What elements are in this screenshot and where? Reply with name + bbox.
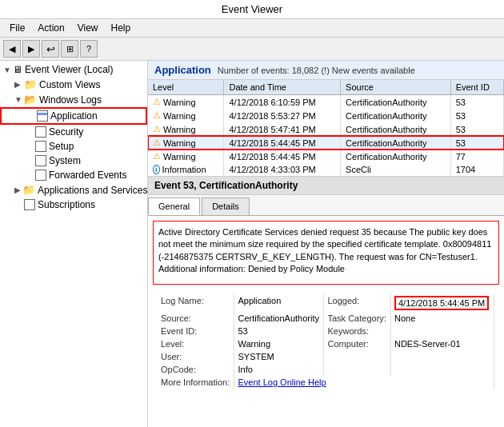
event-log-online-help-link[interactable]: Event Log Online Help: [238, 377, 326, 387]
meta-row-logname: Log Name: Application Logged: 4/12/2018 …: [158, 294, 494, 312]
meta-value-keywords: [390, 325, 494, 337]
cell-source: CertificationAuthority: [341, 109, 451, 122]
sidebar-item-windows-logs[interactable]: ▼ 📂 Windows Logs: [0, 92, 147, 107]
meta-label-opcode: OpCode:: [158, 363, 234, 376]
event-detail-header: Event 53, CertificationAuthority: [148, 177, 504, 195]
toolbar-forward[interactable]: ▶: [22, 40, 40, 58]
toolbar-back[interactable]: ◀: [3, 40, 21, 58]
meta-value-user: SYSTEM: [234, 350, 324, 363]
cell-level: ⚠Warning: [148, 150, 224, 163]
cell-datetime: 4/12/2018 5:44:45 PM: [224, 150, 341, 163]
meta-value-more-info: Event Log Online Help: [234, 376, 494, 389]
toolbar: ◀ ▶ ↩ ⊞ ?: [0, 38, 504, 61]
toolbar-refresh[interactable]: ↩: [42, 40, 59, 58]
tab-details[interactable]: Details: [202, 198, 250, 215]
table-row[interactable]: ⚠Warning 4/12/2018 5:44:45 PM Certificat…: [148, 150, 504, 163]
log-icon: [24, 199, 35, 210]
cell-eventid: 1704: [450, 163, 503, 176]
col-level[interactable]: Level: [148, 80, 224, 95]
toolbar-help[interactable]: ?: [80, 40, 98, 58]
info-icon: i: [153, 165, 160, 174]
table-header-row: Level Date and Time Source Event ID: [148, 80, 504, 95]
logged-date-highlight: 4/12/2018 5:44:45 PM: [394, 296, 489, 310]
meta-value-opcode: Info: [234, 363, 324, 376]
sidebar-item-custom-views[interactable]: ▶ 📁 Custom Views: [0, 77, 147, 92]
sidebar-label-system: System: [49, 155, 81, 166]
main-layout: ▼ 🖥 Event Viewer (Local) ▶ 📁 Custom View…: [0, 61, 504, 427]
sidebar-item-event-viewer-local[interactable]: ▼ 🖥 Event Viewer (Local): [0, 62, 147, 77]
log-icon: [35, 155, 46, 166]
folder-icon: 📁: [22, 184, 35, 196]
event-detail: Event 53, CertificationAuthority General…: [148, 177, 504, 427]
cell-datetime: 4/12/2018 6:10:59 PM: [224, 95, 341, 110]
log-icon: [35, 170, 46, 181]
expand-icon: ▼: [14, 95, 22, 104]
sidebar-item-subscriptions[interactable]: Subscriptions: [0, 198, 147, 212]
cell-level: ⚠Warning: [148, 109, 224, 122]
sidebar-label-security: Security: [49, 126, 83, 138]
table-row[interactable]: ⚠Warning 4/12/2018 5:53:27 PM Certificat…: [148, 109, 504, 122]
sidebar-label-setup: Setup: [49, 141, 74, 152]
cell-eventid: 77: [450, 150, 503, 163]
meta-label-task-cat: Task Category:: [324, 312, 391, 325]
table-row[interactable]: iInformation 4/12/2018 4:33:03 PM SceCli…: [148, 163, 504, 176]
meta-label-computer: Computer:: [324, 337, 391, 350]
app-header-title: Application: [154, 64, 211, 76]
cell-level: ⚠Warning: [148, 95, 224, 110]
sidebar-item-apps-services-logs[interactable]: ▶ 📁 Applications and Services Logs: [0, 182, 147, 198]
col-source[interactable]: Source: [341, 80, 451, 95]
meta-value-event-id: 53: [234, 325, 324, 337]
table-row[interactable]: ⚠Warning 4/12/2018 5:47:41 PM Certificat…: [148, 122, 504, 136]
meta-row-eventid: Event ID: 53 Keywords:: [158, 325, 494, 337]
folder-icon: 🖥: [13, 64, 22, 75]
title-bar: Event Viewer: [0, 0, 504, 19]
sidebar-label-forwarded-events: Forwarded Events: [49, 170, 126, 181]
sidebar-item-system[interactable]: System: [0, 154, 147, 168]
meta-row-user: User: SYSTEM: [158, 350, 494, 363]
meta-value-source: CertificationAuthority: [234, 312, 324, 325]
menu-help[interactable]: Help: [105, 21, 138, 35]
meta-value-computer: NDES-Server-01: [390, 337, 494, 350]
cell-eventid: 53: [450, 136, 503, 150]
meta-row-opcode: OpCode: Info: [158, 363, 494, 376]
cell-source: CertificationAuthority: [341, 136, 451, 150]
event-meta: Log Name: Application Logged: 4/12/2018 …: [148, 289, 504, 393]
tab-general[interactable]: General: [148, 198, 200, 215]
cell-eventid: 53: [450, 122, 503, 136]
sidebar-item-security[interactable]: Security: [0, 125, 147, 139]
expand-icon: ▶: [14, 186, 21, 194]
warning-icon: ⚠: [153, 151, 161, 162]
col-datetime[interactable]: Date and Time: [224, 80, 341, 95]
table-row[interactable]: ⚠Warning 4/12/2018 6:10:59 PM Certificat…: [148, 95, 504, 110]
menu-view[interactable]: View: [71, 21, 105, 35]
sidebar-item-setup[interactable]: Setup: [0, 139, 147, 154]
menu-file[interactable]: File: [3, 21, 31, 35]
menu-action[interactable]: Action: [31, 21, 70, 35]
sidebar-label-apps-services-logs: Applications and Services Logs: [38, 185, 148, 196]
meta-value-level: Warning: [234, 337, 324, 350]
sidebar-item-application[interactable]: Application: [0, 107, 147, 125]
expand-icon: ▶: [14, 80, 22, 89]
cell-eventid: 53: [450, 109, 503, 122]
warning-icon: ⚠: [153, 110, 161, 121]
warning-icon: ⚠: [153, 124, 161, 134]
warning-icon: ⚠: [153, 97, 161, 107]
meta-row-source: Source: CertificationAuthority Task Cate…: [158, 312, 494, 325]
meta-label-more-info: More Information:: [158, 376, 234, 389]
sidebar-item-forwarded-events[interactable]: Forwarded Events: [0, 168, 147, 182]
tabs: General Details: [148, 195, 504, 216]
table-row[interactable]: ⚠Warning 4/12/2018 5:44:45 PM Certificat…: [148, 136, 504, 150]
window-title: Event Viewer: [222, 3, 282, 15]
event-table: Level Date and Time Source Event ID ⚠War…: [148, 80, 504, 176]
cell-datetime: 4/12/2018 4:33:03 PM: [224, 163, 341, 176]
cell-level: ⚠Warning: [148, 122, 224, 136]
event-table-container: Level Date and Time Source Event ID ⚠War…: [148, 80, 504, 177]
sidebar-label-windows-logs: Windows Logs: [39, 94, 102, 106]
meta-value-task-cat: None: [390, 312, 494, 325]
cell-eventid: 53: [450, 95, 503, 110]
sidebar: ▼ 🖥 Event Viewer (Local) ▶ 📁 Custom View…: [0, 61, 148, 427]
col-eventid[interactable]: Event ID: [450, 80, 503, 95]
cell-source: CertificationAuthority: [341, 95, 451, 110]
meta-label-source: Source:: [158, 312, 234, 325]
toolbar-view[interactable]: ⊞: [61, 40, 78, 58]
